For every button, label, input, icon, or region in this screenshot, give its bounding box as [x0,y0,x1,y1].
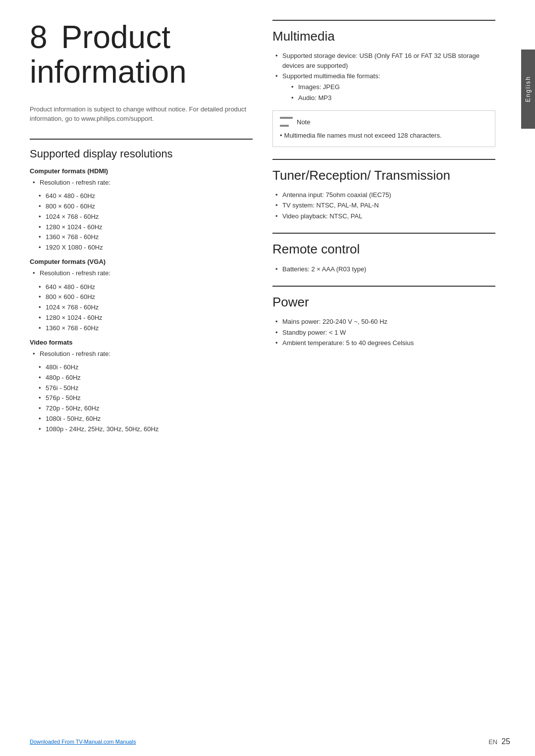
list-item: 1360 × 768 - 60Hz [30,323,253,334]
list-item: Mains power: 220-240 V ~, 50-60 Hz [272,317,495,327]
note-label: Note [297,118,310,126]
list-item: 1280 × 1024 - 60Hz [30,313,253,323]
language-side-tab: English [521,50,535,129]
video-formats-section: Video formats Resolution - refresh rate:… [30,339,253,435]
power-heading: Power [272,295,495,310]
chapter-title: Product information [30,19,187,90]
remote-divider [272,233,495,234]
list-item: Supported multimedia file formats: Image… [272,71,495,103]
list-item: 576i - 50Hz [30,383,253,394]
multimedia-divider [272,20,495,21]
list-item: TV system: NTSC, PAL-M, PAL-N [272,201,495,210]
list-item: Resolution - refresh rate: [30,349,253,359]
remote-bullets: Batteries: 2 × AAA (R03 type) [272,264,495,274]
list-item: Ambient temperature: 5 to 40 degrees Cel… [272,338,495,348]
computer-hdmi-label: Computer formats (HDMI) [30,167,253,175]
list-item: 800 × 600 - 60Hz [30,202,253,212]
section-divider-display [30,139,253,140]
power-bullets: Mains power: 220-240 V ~, 50-60 Hz Stand… [272,317,495,348]
tuner-divider [272,159,495,160]
power-section: Power Mains power: 220-240 V ~, 50-60 Hz… [272,286,495,348]
chapter-heading: 8 Product information [30,20,253,90]
multimedia-heading: Multimedia [272,29,495,44]
list-item: Antenna input: 75ohm coaxial (IEC75) [272,190,495,200]
computer-vga-section: Computer formats (VGA) Resolution - refr… [30,258,253,333]
language-label: English [525,76,532,102]
multimedia-sub-bullets: Images: JPEG Audio: MP3 [282,82,495,104]
list-item: 640 × 480 - 60Hz [30,191,253,202]
footer-lang: EN [488,738,497,746]
list-item: Video playback: NTSC, PAL [272,211,495,221]
computer-vga-resolution-list: Resolution - refresh rate: [30,268,253,278]
list-item: Resolution - refresh rate: [30,268,253,278]
list-item: 640 × 480 - 60Hz [30,282,253,293]
page-number: EN 25 [488,737,510,746]
remote-heading: Remote control [272,242,495,257]
hdmi-resolutions: 640 × 480 - 60Hz 800 × 600 - 60Hz 1024 ×… [30,191,253,253]
list-item: 720p - 50Hz, 60Hz [30,403,253,414]
note-header: Note [280,117,488,127]
list-item: 1080p - 24Hz, 25Hz, 30Hz, 50Hz, 60Hz [30,424,253,435]
list-item: 576p - 50Hz [30,393,253,403]
multimedia-bullets: Supported storage device: USB (Only FAT … [272,51,495,103]
list-item: Audio: MP3 [282,93,495,103]
note-box: Note •Multimedia file names must not exc… [272,110,495,147]
page-footer: Downloaded From TV-Manual.com Manuals EN… [30,737,510,746]
video-formats-label: Video formats [30,339,253,346]
tuner-section: Tuner/Reception/ Transmission Antenna in… [272,159,495,221]
list-item: Standby power: < 1 W [272,328,495,338]
multimedia-section: Multimedia Supported storage device: USB… [272,20,495,147]
list-item: 1280 × 1024 - 60Hz [30,222,253,233]
video-resolutions: 480i - 60Hz 480p - 60Hz 576i - 50Hz 576p… [30,362,253,435]
remote-section: Remote control Batteries: 2 × AAA (R03 t… [272,233,495,274]
list-item: Resolution - refresh rate: [30,178,253,188]
note-content: •Multimedia file names must not exceed 1… [280,131,488,141]
video-resolution-list: Resolution - refresh rate: [30,349,253,359]
tuner-bullets: Antenna input: 75ohm coaxial (IEC75) TV … [272,190,495,221]
list-item: Images: JPEG [282,82,495,93]
supported-display-heading: Supported display resolutions [30,148,253,160]
right-column: Multimedia Supported storage device: USB… [272,20,495,736]
chapter-number: 8 [30,19,48,55]
intro-paragraph: Product information is subject to change… [30,104,253,124]
list-item: 480i - 60Hz [30,362,253,373]
vga-resolutions: 640 × 480 - 60Hz 800 × 600 - 60Hz 1024 ×… [30,282,253,334]
footer-page-number: 25 [501,737,510,746]
list-item: 480p - 60Hz [30,373,253,383]
power-divider [272,286,495,287]
list-item: 1920 X 1080 - 60Hz [30,243,253,253]
note-icon-bar-1 [280,117,293,119]
list-item: 1024 × 768 - 60Hz [30,212,253,222]
computer-vga-label: Computer formats (VGA) [30,258,253,265]
tuner-heading: Tuner/Reception/ Transmission [272,168,495,183]
list-item: 1080i - 50Hz, 60Hz [30,414,253,424]
list-item: 1360 × 768 - 60Hz [30,232,253,243]
list-item: Supported storage device: USB (Only FAT … [272,51,495,70]
computer-hdmi-section: Computer formats (HDMI) Resolution - ref… [30,167,253,253]
note-icon [280,117,293,127]
computer-hdmi-resolution-list: Resolution - refresh rate: [30,178,253,188]
note-icon-bar-2 [280,125,289,127]
list-item: Batteries: 2 × AAA (R03 type) [272,264,495,274]
left-column: 8 Product information Product informatio… [30,20,253,736]
footer-link[interactable]: Downloaded From TV-Manual.com Manuals [30,739,136,745]
list-item: 800 × 600 - 60Hz [30,292,253,302]
list-item: 1024 × 768 - 60Hz [30,302,253,313]
